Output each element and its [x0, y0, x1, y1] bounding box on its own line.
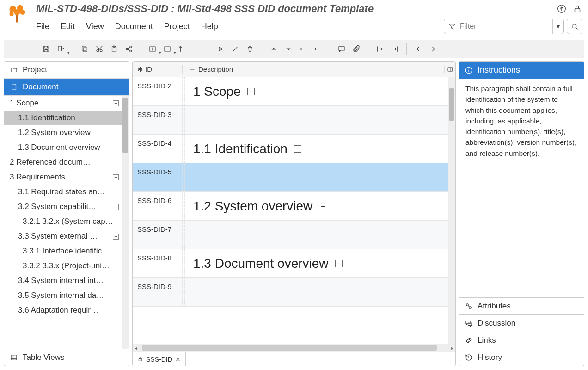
outdent-icon[interactable]	[298, 44, 308, 54]
save-icon[interactable]	[41, 44, 51, 54]
cut-icon[interactable]	[94, 44, 104, 54]
menu-file[interactable]: File	[36, 22, 49, 31]
align-icon[interactable]	[201, 44, 211, 54]
table-row[interactable]: SSS-DID-9	[133, 278, 448, 307]
attachment-icon[interactable]	[351, 44, 361, 54]
grid-body[interactable]: SSS-DID-21 Scope−SSS-DID-3SSS-DID-41.1 I…	[133, 77, 448, 344]
svg-rect-11	[82, 46, 86, 50]
play-icon[interactable]	[215, 44, 226, 54]
tree-item[interactable]: 3.6 Adaptation requir…	[4, 303, 122, 318]
tree-item[interactable]: 1.2 System overview	[4, 125, 122, 140]
tree-item[interactable]: 1.1 Identification	[4, 111, 122, 125]
svg-rect-23	[139, 358, 142, 361]
collapse-icon[interactable]: −	[113, 100, 119, 106]
col-desc-header[interactable]: Description	[183, 65, 444, 73]
table-row[interactable]: SSS-DID-61.2 System overview−	[133, 192, 448, 221]
comment-icon[interactable]	[337, 44, 347, 54]
toolbar	[4, 40, 584, 58]
grid-header: ✱ID Description	[133, 62, 455, 77]
doc-tab-sss-did[interactable]: SSS-DID ✕	[133, 352, 186, 366]
collapse-icon[interactable]: −	[113, 174, 119, 180]
outline-tree[interactable]: 1 Scope−1.1 Identification1.2 System ove…	[4, 96, 122, 349]
section-discussion[interactable]: Discussion	[459, 314, 584, 332]
jump-out-icon[interactable]	[375, 44, 385, 54]
move-down-icon[interactable]	[283, 44, 294, 54]
collapse-icon[interactable]: −	[294, 145, 301, 153]
menu-document[interactable]: Document	[115, 22, 153, 31]
remove-item-icon[interactable]	[162, 44, 172, 54]
delete-icon[interactable]	[245, 44, 255, 54]
menu-help[interactable]: Help	[201, 22, 218, 31]
doc-tab-label: SSS-DID	[146, 356, 172, 363]
menu-view[interactable]: View	[86, 22, 104, 31]
row-description: 1.1 Identification−	[184, 135, 448, 163]
collapse-icon[interactable]: −	[247, 88, 255, 95]
tree-item[interactable]: 3 Requirements−	[4, 170, 122, 185]
nav-document-tab[interactable]: Document	[4, 79, 129, 96]
tree-item[interactable]: 3.5 System internal da…	[4, 288, 122, 303]
menu-edit[interactable]: Edit	[61, 22, 75, 31]
tree-item[interactable]: 2 Referenced docum…	[4, 155, 122, 170]
svg-rect-21	[11, 355, 17, 360]
filter-box[interactable]: ▾	[444, 18, 564, 34]
menu-bar: File Edit View Document Project Help ▾	[36, 15, 582, 38]
tree-item[interactable]: 3.1 Required states an…	[4, 185, 122, 199]
tree-item[interactable]: 3.4 System internal int…	[4, 273, 122, 288]
export-icon[interactable]	[56, 44, 66, 54]
tree-item[interactable]: 3.3.2 3.3.x (Project-uni…	[4, 259, 122, 273]
copy-icon[interactable]	[80, 44, 90, 54]
nav-project-tab[interactable]: Project	[4, 62, 129, 79]
grid-vertical-scrollbar[interactable]	[448, 77, 455, 344]
section-history[interactable]: History	[459, 349, 584, 366]
tree-scrollbar[interactable]	[122, 96, 129, 349]
move-up-icon[interactable]	[269, 44, 279, 54]
tree-item[interactable]: 3.3.1 Interface identific…	[4, 244, 122, 259]
tree-item[interactable]: 1 Scope−	[4, 96, 122, 111]
sort-icon[interactable]	[177, 44, 187, 54]
clear-format-icon[interactable]	[230, 44, 240, 54]
share-icon[interactable]	[124, 44, 134, 54]
table-row[interactable]: SSS-DID-5	[133, 163, 448, 192]
filter-input[interactable]	[460, 22, 552, 31]
section-links[interactable]: Links	[459, 332, 584, 349]
row-id: SSS-DID-6	[133, 192, 183, 220]
svg-point-5	[9, 12, 13, 16]
table-row[interactable]: SSS-DID-3	[133, 106, 448, 135]
section-attributes[interactable]: Attributes	[459, 297, 584, 314]
col-picker-icon[interactable]	[444, 66, 455, 73]
nav-table-views[interactable]: Table Views	[4, 349, 129, 366]
collapse-icon[interactable]: −	[335, 260, 343, 267]
instructions-header[interactable]: Instructions	[459, 62, 584, 79]
row-description: 1.3 Document overview−	[184, 249, 448, 278]
row-id: SSS-DID-2	[133, 77, 183, 105]
upload-icon[interactable]	[557, 4, 567, 14]
close-icon[interactable]: ✕	[175, 356, 181, 363]
history-label: History	[478, 353, 502, 362]
indent-icon[interactable]	[313, 44, 323, 54]
jump-in-icon[interactable]	[390, 44, 400, 54]
row-id: SSS-DID-5	[133, 163, 183, 191]
search-button[interactable]	[567, 18, 582, 34]
tree-item[interactable]: 3.3 System external …−	[4, 229, 122, 244]
tree-item[interactable]: 3.2.1 3.2.x (System cap…	[4, 214, 122, 229]
table-row[interactable]: SSS-DID-81.3 Document overview−	[133, 249, 448, 278]
lock-icon[interactable]	[572, 4, 582, 14]
tree-item[interactable]: 1.3 Document overview	[4, 140, 122, 155]
col-id-header[interactable]: ✱ID	[133, 65, 183, 74]
table-row[interactable]: SSS-DID-41.1 Identification−	[133, 135, 448, 163]
paste-icon[interactable]	[109, 44, 119, 54]
table-row[interactable]: SSS-DID-7	[133, 221, 448, 249]
grid-horizontal-scrollbar[interactable]: ◂ ▸	[133, 344, 455, 352]
tree-item[interactable]: 3.2 System capabilit…−	[4, 199, 122, 214]
menu-project[interactable]: Project	[164, 22, 190, 31]
collapse-icon[interactable]: −	[113, 204, 119, 210]
add-item-icon[interactable]	[147, 44, 158, 54]
collapse-icon[interactable]: −	[319, 203, 326, 210]
row-description	[184, 278, 448, 306]
filter-dropdown[interactable]: ▾	[552, 19, 564, 34]
row-description	[184, 163, 448, 191]
nav-forward-icon[interactable]	[428, 44, 438, 54]
collapse-icon[interactable]: −	[113, 234, 119, 240]
table-row[interactable]: SSS-DID-21 Scope−	[133, 77, 448, 106]
nav-back-icon[interactable]	[413, 44, 423, 54]
